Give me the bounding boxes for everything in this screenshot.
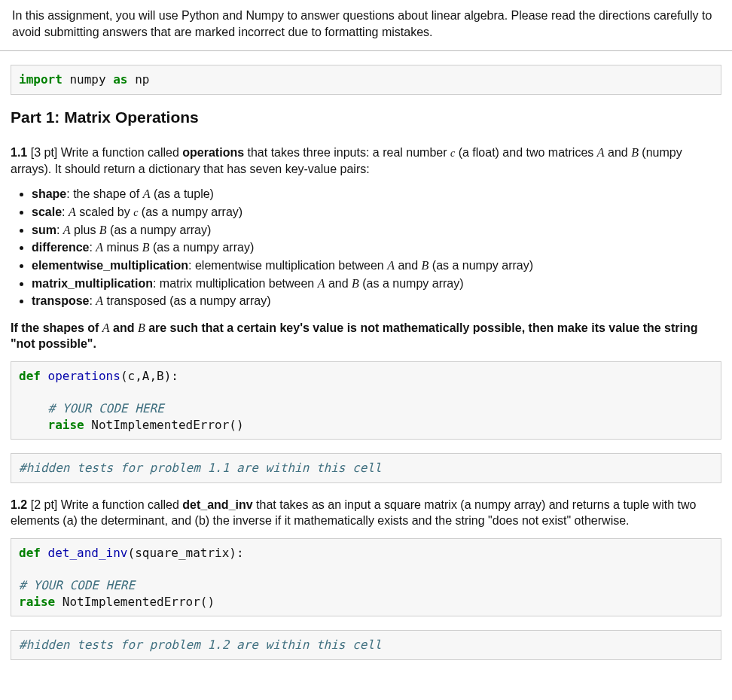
text: [2 pt] Write a function called <box>27 498 182 511</box>
text: plus <box>71 224 99 236</box>
code-text: NotImplementedError() <box>55 595 215 609</box>
fn-name: det_and_inv <box>182 498 252 511</box>
key-name: shape <box>32 187 66 200</box>
q-number: 1.2 <box>11 498 27 511</box>
kw-raise: raise <box>19 418 84 432</box>
text: (as a numpy array) <box>150 241 255 254</box>
fn-name: operations <box>182 146 244 159</box>
code-text: numpy <box>63 72 113 87</box>
text: (as a tuple) <box>150 187 213 200</box>
code-cell-hidden12[interactable]: #hidden tests for problem 1.2 are within… <box>11 630 721 660</box>
list-item: matrix_multiplication: matrix multiplica… <box>32 275 721 292</box>
text: and <box>325 277 352 290</box>
fn-name: operations <box>41 369 120 383</box>
text: : elementwise multiplication between <box>188 259 387 272</box>
intro-text: In this assignment, you will use Python … <box>12 9 712 38</box>
key-name: elementwise_multiplication <box>32 259 188 272</box>
q-number: 1.1 <box>11 146 27 159</box>
q11-note: If the shapes of A and B are such that a… <box>11 320 721 352</box>
var: A <box>318 277 325 290</box>
kw-as: as <box>113 72 127 87</box>
code-cell-operations[interactable]: def operations(c,A,B): # YOUR CODE HERE … <box>11 361 721 440</box>
key-name: scale <box>32 205 62 218</box>
text: and <box>605 146 632 159</box>
var-A: A <box>597 146 605 159</box>
var: B <box>422 259 429 272</box>
comment: #hidden tests for problem 1.2 are within… <box>19 638 382 652</box>
code-text: np <box>128 72 150 87</box>
kw-def: def <box>19 369 41 383</box>
code-text: (c,A,B): <box>120 369 178 383</box>
var: B <box>142 241 150 254</box>
text: (a float) and two matrices <box>455 146 597 159</box>
kw-def: def <box>19 546 41 560</box>
text: scaled by <box>76 205 133 218</box>
q12-intro: 1.2 [2 pt] Write a function called det_a… <box>11 497 721 529</box>
key-name: matrix_multiplication <box>32 277 153 290</box>
var: A <box>63 224 71 236</box>
list-item: elementwise_multiplication: elementwise … <box>32 257 721 274</box>
text: and <box>395 259 422 272</box>
text: (as a numpy array) <box>138 205 242 218</box>
text: (as a numpy array) <box>429 259 533 272</box>
var: A <box>143 187 151 200</box>
text: (as a numpy array) <box>107 224 212 236</box>
text: and <box>110 321 138 334</box>
list-item: difference: A minus B (as a numpy array) <box>32 239 721 256</box>
part1-heading: Part 1: Matrix Operations <box>11 108 721 126</box>
list-item: transpose: A transposed (as a numpy arra… <box>32 293 721 309</box>
notebook: In this assignment, you will use Python … <box>0 0 732 678</box>
code-text: NotImplementedError() <box>84 418 244 432</box>
comment: # YOUR CODE HERE <box>19 401 164 415</box>
var: B <box>352 277 359 290</box>
text: If the shapes of <box>11 321 102 334</box>
q11-intro: 1.1 [3 pt] Write a function called opera… <box>11 145 721 177</box>
text: (as a numpy array) <box>359 277 464 290</box>
code-cell-hidden11[interactable]: #hidden tests for problem 1.1 are within… <box>11 453 721 483</box>
list-item: shape: the shape of A (as a tuple) <box>32 186 721 202</box>
var: A <box>69 205 76 218</box>
text: that takes three inputs: a real number <box>244 146 450 159</box>
code-cell-detinv[interactable]: def det_and_inv(square_matrix): # YOUR C… <box>11 538 721 616</box>
key-name: difference <box>32 241 89 254</box>
var: A <box>96 241 103 254</box>
key-name: sum <box>32 224 56 236</box>
text: minus <box>103 241 142 254</box>
var-B: B <box>138 321 145 334</box>
var: B <box>99 224 107 236</box>
var-A: A <box>102 321 110 334</box>
comment: #hidden tests for problem 1.1 are within… <box>19 461 382 475</box>
text: transposed (as a numpy array) <box>103 294 270 307</box>
var-B: B <box>631 146 639 159</box>
text: [3 pt] Write a function called <box>27 146 182 159</box>
var: A <box>96 294 103 307</box>
text: : matrix multiplication between <box>153 277 318 290</box>
fn-name: det_and_inv <box>41 546 128 560</box>
text: : <box>62 205 69 218</box>
list-item: scale: A scaled by c (as a numpy array) <box>32 204 721 221</box>
comment: # YOUR CODE HERE <box>19 578 135 592</box>
key-name: transpose <box>32 294 89 307</box>
kw-raise: raise <box>19 595 55 609</box>
code-text: (square_matrix): <box>128 546 244 560</box>
kw-import: import <box>19 72 63 87</box>
text: : <box>56 224 63 236</box>
keys-list: shape: the shape of A (as a tuple) scale… <box>18 186 721 309</box>
list-item: sum: A plus B (as a numpy array) <box>32 222 721 239</box>
intro-cell: In this assignment, you will use Python … <box>0 0 732 51</box>
code-cell-import[interactable]: import numpy as np <box>11 65 721 95</box>
var: A <box>387 259 395 272</box>
text: : the shape of <box>66 187 142 200</box>
